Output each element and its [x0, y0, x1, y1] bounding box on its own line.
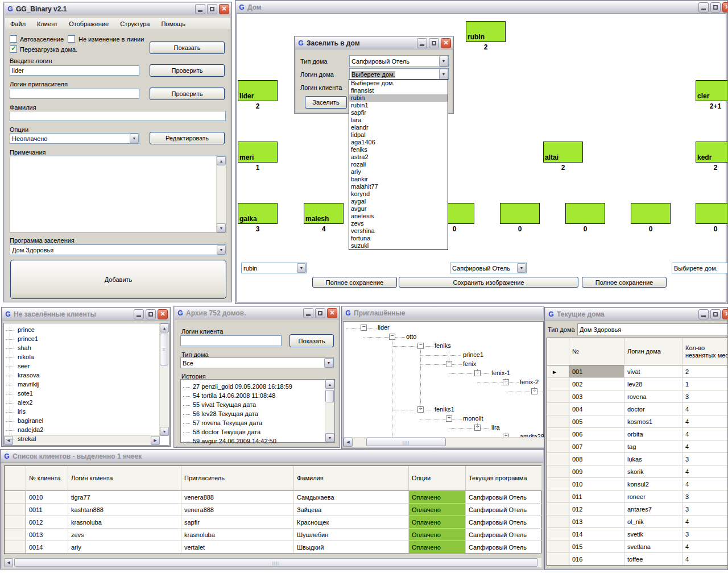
cell[interactable]: Сапфировый Отель [466, 504, 542, 516]
tree-node-label[interactable]: feniks [435, 342, 451, 350]
close-button[interactable] [722, 309, 728, 319]
houses-type-field[interactable]: Дом Здоровья [577, 323, 728, 335]
dropdown-item[interactable]: anelesis [349, 213, 448, 220]
program-combo[interactable]: Дом Здоровья [10, 244, 226, 255]
dropdown-item[interactable]: feniks [349, 146, 448, 153]
list-item[interactable]: strekal [4, 435, 158, 444]
dropdown-item[interactable]: rubin [349, 94, 448, 102]
row-header[interactable] [5, 504, 26, 516]
vertical-scrollbar[interactable]: ▲ ▼ [325, 380, 334, 442]
cell[interactable]: 0013 [26, 529, 68, 541]
chevron-down-icon[interactable] [324, 358, 333, 368]
list-item[interactable]: prince [4, 326, 158, 335]
tree-node-label[interactable]: lider [378, 323, 390, 332]
column-header[interactable]: Логин дома [624, 338, 682, 365]
house-box[interactable]: rubin [466, 21, 506, 42]
row-header[interactable] [547, 503, 569, 516]
maximize-button[interactable] [710, 309, 721, 319]
column-header[interactable]: Логин клиента [68, 466, 181, 491]
scroll-down-icon[interactable]: ▼ [217, 223, 226, 232]
cell[interactable]: ol_nik [624, 516, 682, 528]
cell[interactable]: konsul2 [624, 478, 682, 490]
chevron-down-icon[interactable] [217, 245, 226, 255]
cell[interactable]: 3 [682, 490, 728, 503]
cell[interactable]: 006 [569, 428, 624, 440]
minimize-button[interactable] [698, 2, 709, 13]
row-header[interactable] [5, 541, 26, 554]
house-box[interactable] [565, 203, 605, 224]
column-header[interactable]: № [569, 338, 624, 365]
cell[interactable]: 1 [682, 378, 728, 390]
minimize-button[interactable] [134, 309, 144, 319]
cell[interactable]: 0014 [26, 541, 68, 554]
history-item[interactable]: 58 doctor Текущая дата [181, 428, 323, 437]
check-button-1[interactable]: Проверить [150, 64, 225, 77]
cell[interactable]: 4 [682, 403, 728, 415]
menu-item[interactable]: Файл [5, 19, 31, 29]
cell[interactable]: Сапфировый Отель [466, 529, 542, 541]
cell[interactable]: 4 [682, 541, 728, 553]
scroll-up-icon[interactable]: ▲ [325, 380, 334, 389]
cell[interactable]: tag [624, 440, 682, 453]
menu-item[interactable]: Отображение [64, 19, 114, 29]
cell[interactable]: 4 [682, 516, 728, 528]
cell[interactable]: 002 [569, 378, 624, 390]
scroll-left-icon[interactable]: ◀ [4, 558, 13, 567]
cell[interactable]: 3 [682, 528, 728, 541]
cell[interactable]: toffee [624, 553, 682, 566]
row-header[interactable] [547, 553, 569, 566]
cell[interactable]: Сапфировый Отель [466, 541, 542, 554]
settle-type-combo[interactable]: Сапфировый Отель [349, 55, 449, 67]
chevron-down-icon[interactable] [439, 69, 448, 80]
column-header[interactable]: Фамилия [294, 466, 409, 491]
cell[interactable]: Оплачено [409, 529, 466, 541]
cell[interactable]: krasnoluba [181, 529, 294, 541]
save-image-button[interactable]: Сохранить изображение [399, 277, 578, 288]
cell[interactable]: tigra77 [68, 491, 181, 504]
cell[interactable]: 001 [569, 365, 624, 378]
cell[interactable]: Оплачено [409, 541, 466, 554]
cell[interactable]: 003 [569, 390, 624, 403]
minimize-button[interactable] [195, 4, 205, 14]
cell[interactable]: krasnoluba [68, 516, 181, 529]
dropdown-item[interactable]: lidpal [349, 131, 448, 139]
cell[interactable]: sapfir [181, 516, 294, 529]
vertical-scrollbar[interactable]: ▲ ≡ ▼ [159, 323, 169, 436]
dropdown-item[interactable]: sapfir [349, 109, 448, 117]
tree-expander-icon[interactable] [417, 343, 424, 349]
cell[interactable]: Оплачено [409, 491, 466, 504]
list-item[interactable]: iris [4, 408, 158, 417]
list-item[interactable]: alex2 [4, 398, 158, 408]
login-input[interactable]: lider [10, 65, 139, 76]
cell[interactable]: 0011 [26, 504, 68, 516]
dropdown-item[interactable]: Выберете дом. [349, 80, 448, 87]
row-header[interactable] [547, 390, 569, 403]
list-item[interactable]: krasova [4, 371, 158, 380]
cell[interactable]: 016 [569, 553, 624, 566]
tree-node-label[interactable]: otto [406, 332, 416, 341]
cell[interactable]: 4 [682, 465, 728, 478]
close-button[interactable] [158, 309, 168, 319]
dropdown-item[interactable]: rubin1 [349, 102, 448, 109]
row-header[interactable] [547, 440, 569, 453]
surname-input[interactable] [10, 111, 226, 121]
dropdown-item[interactable]: fortuna [349, 235, 448, 242]
horizontal-scrollbar[interactable]: ◀ |||| [344, 437, 544, 447]
house-box[interactable]: cler [696, 80, 728, 101]
cell[interactable]: 2 [682, 365, 728, 378]
row-header[interactable] [547, 365, 569, 378]
close-button[interactable] [219, 4, 229, 14]
tree-node-label[interactable]: fenix-2 [520, 378, 539, 386]
cell[interactable]: 009 [569, 465, 624, 478]
list-item[interactable]: shah [4, 344, 158, 353]
cell[interactable]: lev28 [624, 378, 682, 390]
dropdown-item[interactable]: ariy [349, 168, 448, 176]
row-header[interactable] [547, 378, 569, 390]
cell[interactable]: 0010 [26, 491, 68, 504]
cell[interactable]: roneer [624, 490, 682, 503]
minimize-button[interactable] [698, 309, 709, 319]
list-item[interactable]: seer [4, 362, 158, 371]
cell[interactable]: Самдыхаева [294, 491, 409, 504]
archive-type-combo[interactable]: Все [180, 357, 334, 368]
row-header[interactable] [5, 491, 26, 504]
